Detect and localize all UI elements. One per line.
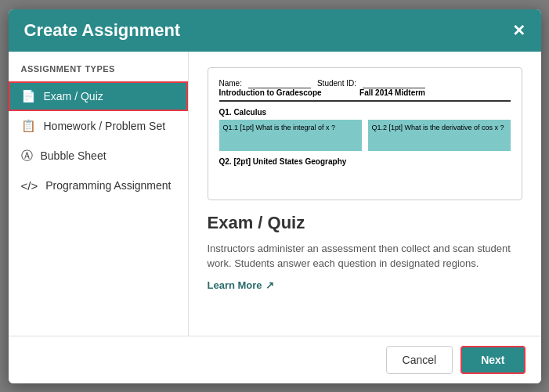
preview-q1-cols: Q1.1 [1pt] What is the integral of x ? Q… <box>219 120 511 151</box>
preview-course: Introduction to Gradescope <box>219 88 322 97</box>
modal-overlay: Create Assignment ✕ ASSIGNMENT TYPES 📄 E… <box>0 0 549 392</box>
preview-exam-name: Fall 2014 Midterm <box>359 88 425 97</box>
modal-title: Create Assignment <box>24 20 181 41</box>
preview-q1-title: Q1. Calculus <box>219 108 511 117</box>
learn-more-icon: ↗ <box>265 279 274 291</box>
close-button[interactable]: ✕ <box>512 23 526 38</box>
preview-name-line: Name: Student ID: <box>219 79 425 88</box>
content-description: Instructors administer an assessment the… <box>208 241 522 272</box>
preview-col1: Q1.1 [1pt] What is the integral of x ? <box>219 120 362 151</box>
next-button[interactable]: Next <box>461 346 525 374</box>
modal-header: Create Assignment ✕ <box>9 9 541 52</box>
sidebar-item-label-bubble-sheet: Bubble Sheet <box>41 149 107 162</box>
preview-col2: Q1.2 [1pt] What is the derivative of cos… <box>368 120 511 151</box>
sidebar: ASSIGNMENT TYPES 📄 Exam / Quiz 📋 Homewor… <box>9 52 189 336</box>
sidebar-item-bubble-sheet[interactable]: Ⓐ Bubble Sheet <box>9 141 188 171</box>
preview-studentid-label: Student ID: <box>317 79 356 88</box>
preview-header: Name: Student ID: Introduction to Grades… <box>219 79 511 102</box>
sidebar-section-label: ASSIGNMENT TYPES <box>9 64 188 81</box>
learn-more-link[interactable]: Learn More ↗ <box>208 279 522 291</box>
sidebar-item-exam-quiz[interactable]: 📄 Exam / Quiz <box>9 81 188 111</box>
homework-icon: 📋 <box>21 119 36 133</box>
exam-preview: Name: Student ID: Introduction to Grades… <box>208 67 522 200</box>
exam-quiz-icon: 📄 <box>21 89 36 103</box>
sidebar-item-homework[interactable]: 📋 Homework / Problem Set <box>9 111 188 141</box>
content-title: Exam / Quiz <box>208 213 522 233</box>
preview-name-label: Name: <box>219 79 242 88</box>
modal-body: ASSIGNMENT TYPES 📄 Exam / Quiz 📋 Homewor… <box>9 52 541 336</box>
sidebar-item-label-homework: Homework / Problem Set <box>44 120 166 132</box>
preview-header-left: Name: Student ID: Introduction to Grades… <box>219 79 425 97</box>
bubble-sheet-icon: Ⓐ <box>21 149 33 164</box>
preview-q2: Q2. [2pt] United States Geography <box>219 157 511 166</box>
sidebar-item-label-programming: Programming Assignment <box>45 179 171 192</box>
modal-footer: Cancel Next <box>9 336 541 383</box>
preview-q1: Q1. Calculus Q1.1 [1pt] What is the inte… <box>219 108 511 151</box>
programming-icon: </> <box>21 179 38 192</box>
content-area: Name: Student ID: Introduction to Grades… <box>189 52 541 336</box>
sidebar-item-label-exam-quiz: Exam / Quiz <box>44 90 103 102</box>
preview-course-line: Introduction to Gradescope Fall 2014 Mid… <box>219 88 425 97</box>
modal-dialog: Create Assignment ✕ ASSIGNMENT TYPES 📄 E… <box>9 9 541 383</box>
learn-more-label: Learn More <box>208 279 262 291</box>
sidebar-item-programming[interactable]: </> Programming Assignment <box>9 171 188 200</box>
cancel-button[interactable]: Cancel <box>386 346 453 374</box>
